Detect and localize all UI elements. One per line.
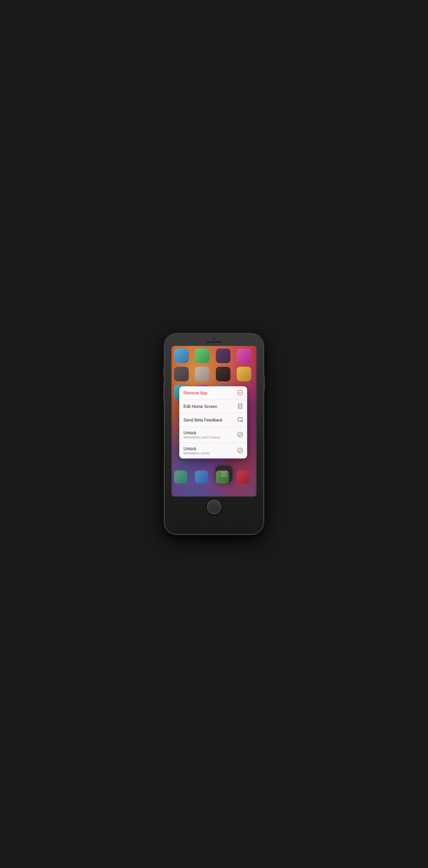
app-icon-5 <box>174 367 189 381</box>
app-icon-6 <box>195 367 209 381</box>
menu-item-send-beta-feedback[interactable]: Send Beta Feedback <box>179 413 247 427</box>
app-icon-7 <box>216 367 230 381</box>
menu-item-edit-home-screen[interactable]: Edit Home Screen <box>179 400 247 413</box>
dock-icons <box>174 470 254 484</box>
speaker-grille <box>206 341 222 343</box>
phone-screen: Remove App Edit Home Screen Send Beta Fe… <box>171 346 257 497</box>
menu-label-send-beta-feedback: Send Beta Feedback <box>183 417 222 423</box>
camera-sensor <box>213 337 215 340</box>
menu-item-unlock-once[interactable]: Unlock Workstation (once) <box>179 443 247 459</box>
dock-icon-4 <box>237 470 250 484</box>
home-button[interactable] <box>207 500 221 514</box>
unlock-once-icon <box>237 447 243 454</box>
edit-home-screen-icon <box>237 403 243 410</box>
app-icon-3 <box>216 348 230 363</box>
menu-item-unlock-hours-content: Unlock Workstation (next 6 hours) <box>183 430 220 439</box>
app-icon-1 <box>174 348 189 363</box>
phone-top <box>164 334 264 343</box>
dock-icon-1 <box>174 470 187 484</box>
menu-item-remove-app[interactable]: Remove App <box>179 386 247 400</box>
menu-sublabel-unlock-once: Workstation (once) <box>183 452 209 455</box>
menu-item-unlock-once-content: Unlock Workstation (once) <box>183 446 209 455</box>
svg-point-10 <box>238 432 243 437</box>
context-menu: Remove App Edit Home Screen Send Beta Fe… <box>179 386 247 459</box>
menu-sublabel-unlock-hours: Workstation (next 6 hours) <box>183 436 220 439</box>
remove-app-icon <box>237 390 243 396</box>
app-icon-2 <box>195 348 209 363</box>
menu-label-unlock-hours: Unlock <box>183 430 220 435</box>
menu-label-edit-home-screen: Edit Home Screen <box>183 404 218 409</box>
send-feedback-icon <box>237 417 243 423</box>
menu-item-unlock-hours[interactable]: Unlock Workstation (next 6 hours) <box>179 427 247 443</box>
dock-icon-3 <box>216 470 229 484</box>
phone-device: Remove App Edit Home Screen Send Beta Fe… <box>164 334 264 534</box>
unlock-hours-icon <box>237 432 243 438</box>
app-icon-8 <box>237 367 251 381</box>
menu-label-remove-app: Remove App <box>183 391 207 396</box>
menu-label-unlock-once: Unlock <box>183 446 209 451</box>
dock-icon-2 <box>195 470 208 484</box>
svg-point-11 <box>238 448 243 453</box>
app-icon-4 <box>237 348 251 363</box>
